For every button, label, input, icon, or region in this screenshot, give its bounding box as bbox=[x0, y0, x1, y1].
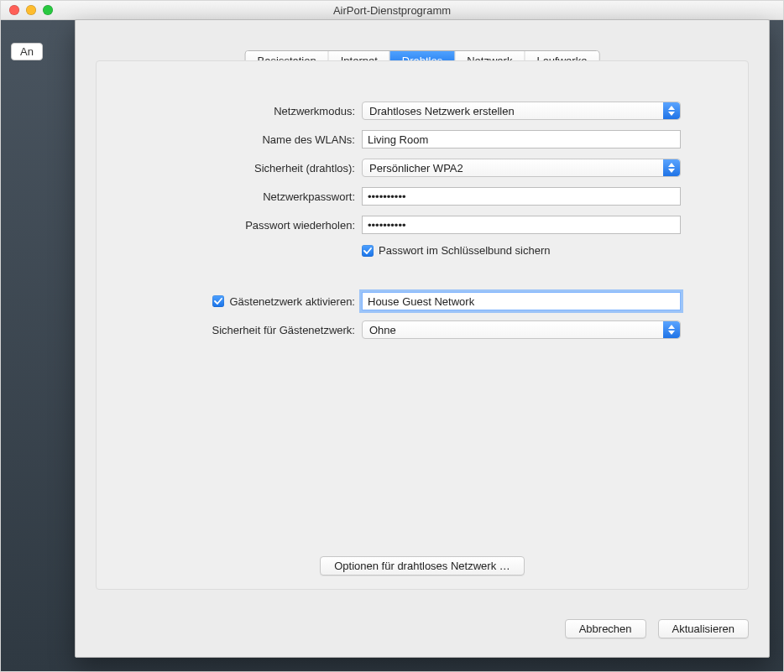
input-wlan-name[interactable] bbox=[362, 130, 681, 148]
label-network-mode: Netzwerkmodus: bbox=[120, 105, 355, 117]
label-guest-enable: Gästenetzwerk aktivieren: bbox=[229, 295, 355, 308]
wireless-form: Netzwerkmodus: Drahtloses Netzwerk erste… bbox=[120, 102, 724, 339]
update-button[interactable]: Aktualisieren bbox=[658, 619, 749, 638]
cancel-button[interactable]: Abbrechen bbox=[565, 619, 646, 638]
checkmark-icon bbox=[214, 297, 222, 305]
label-password-repeat: Passwort wiederholen: bbox=[120, 219, 355, 232]
wireless-options-button[interactable]: Optionen für drahtloses Netzwerk … bbox=[320, 556, 525, 576]
input-password-repeat[interactable] bbox=[362, 216, 681, 234]
up-down-chevron-icon bbox=[663, 102, 680, 119]
input-guest-network-name[interactable] bbox=[362, 292, 681, 310]
window-title: AirPort-Dienstprogramm bbox=[1, 4, 783, 17]
window-controls bbox=[1, 5, 53, 15]
titlebar: AirPort-Dienstprogramm bbox=[1, 1, 783, 20]
minimize-icon[interactable] bbox=[26, 5, 36, 15]
zoom-icon[interactable] bbox=[43, 5, 53, 15]
settings-sheet: Basisstation Internet Drahtlos Netzwerk … bbox=[75, 19, 770, 658]
label-wlan-name: Name des WLANs: bbox=[120, 133, 355, 146]
up-down-chevron-icon bbox=[663, 321, 680, 338]
up-down-chevron-icon bbox=[663, 159, 680, 176]
row-guest-enable-label: Gästenetzwerk aktivieren: bbox=[120, 295, 355, 308]
select-security[interactable]: Persönlicher WPA2 bbox=[362, 159, 681, 177]
select-guest-security-value: Ohne bbox=[369, 324, 396, 336]
close-icon[interactable] bbox=[9, 5, 19, 15]
checkbox-keychain[interactable] bbox=[362, 245, 374, 257]
label-password: Netzwerkpasswort: bbox=[120, 190, 355, 203]
select-network-mode-value: Drahtloses Netzwerk erstellen bbox=[369, 105, 515, 117]
select-guest-security[interactable]: Ohne bbox=[362, 320, 681, 339]
app-window: AirPort-Dienstprogramm An Basisstation I… bbox=[0, 0, 784, 672]
select-security-value: Persönlicher WPA2 bbox=[369, 162, 463, 175]
sheet-footer: Abbrechen Aktualisieren bbox=[565, 619, 749, 638]
label-security: Sicherheit (drahtlos): bbox=[120, 162, 355, 175]
label-guest-security: Sicherheit für Gästenetzwerk: bbox=[120, 324, 355, 336]
label-keychain: Passwort im Schlüsselbund sichern bbox=[379, 244, 550, 257]
wireless-panel: Netzwerkmodus: Drahtloses Netzwerk erste… bbox=[96, 60, 749, 590]
options-row: Optionen für drahtloses Netzwerk … bbox=[97, 556, 748, 576]
input-password[interactable] bbox=[362, 187, 681, 206]
checkbox-guest-enable[interactable] bbox=[212, 295, 224, 307]
row-keychain: Passwort im Schlüsselbund sichern bbox=[362, 244, 681, 257]
checkmark-icon bbox=[363, 247, 372, 255]
select-network-mode[interactable]: Drahtloses Netzwerk erstellen bbox=[362, 102, 681, 120]
background-button-partial[interactable]: An bbox=[11, 43, 43, 60]
